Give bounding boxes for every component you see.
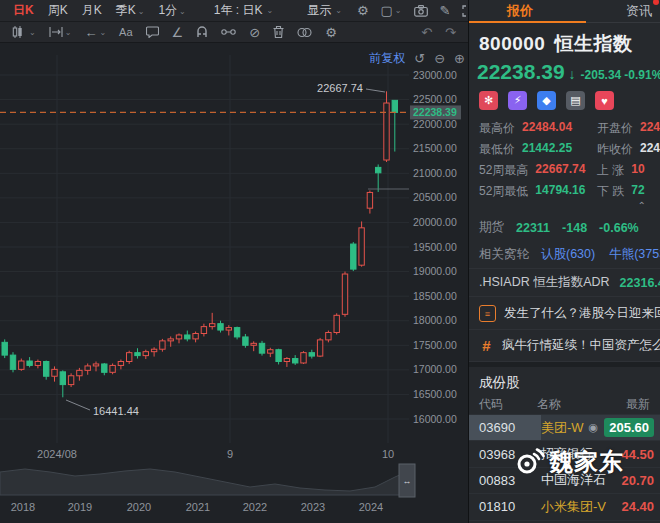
news-text: 疯牛行情延续！中国资产怎么 bbox=[502, 337, 660, 354]
trendline-tool-icon[interactable]: ∠ bbox=[166, 25, 190, 40]
candlestick-chart[interactable]: 23000.0022500.0022000.0021500.0021000.00… bbox=[0, 43, 468, 523]
text-tool-icon[interactable]: Aa bbox=[113, 26, 138, 38]
stock-code-cell: 03968 bbox=[469, 441, 541, 466]
stat-label: 开盘价 bbox=[597, 120, 633, 137]
call-warrants-link[interactable]: 认股(630) bbox=[541, 246, 595, 263]
stock-name-cell: 美团-W bbox=[541, 419, 584, 437]
lightning-badge[interactable]: ⚡ bbox=[508, 91, 527, 110]
stat-value: 22484.04 bbox=[522, 120, 572, 137]
magnet-tool-icon[interactable] bbox=[190, 26, 214, 38]
pencil-draw-icon[interactable]: ✎ bbox=[435, 3, 456, 18]
y-axis-tick: 17500.00 bbox=[413, 339, 457, 351]
arrow-tool-icon[interactable]: ←⌄ bbox=[78, 25, 112, 40]
y-axis-tick: 22500.00 bbox=[413, 93, 457, 105]
hide-drawings-icon[interactable]: ⊘ bbox=[243, 25, 266, 40]
overlay-compare-icon[interactable] bbox=[291, 27, 318, 38]
settings-gear-icon[interactable]: ⚙ bbox=[352, 3, 374, 18]
kline-tab-周K[interactable]: 周K bbox=[41, 3, 75, 17]
measure-tool-icon[interactable] bbox=[215, 27, 242, 37]
drawing-settings-gear-icon[interactable]: ⚙ bbox=[319, 25, 343, 40]
candle-body bbox=[176, 335, 181, 339]
tag-badge[interactable]: ◆ bbox=[537, 91, 556, 110]
stat-value: 22667.74 bbox=[535, 162, 585, 179]
navigator-handle-icon[interactable]: ↔ bbox=[403, 476, 412, 486]
kline-tab-季K[interactable]: 季K⌄ bbox=[109, 3, 152, 17]
table-row[interactable]: 00322康师傅6 bbox=[469, 520, 660, 523]
redo-icon[interactable]: ↷ bbox=[439, 25, 462, 40]
undo-icon[interactable]: ↶ bbox=[415, 25, 438, 40]
news-text: 发生了什么？港股今日迎来回调 bbox=[504, 305, 660, 322]
comment-tool-icon[interactable] bbox=[140, 26, 165, 38]
y-axis-tick: 20000.00 bbox=[413, 216, 457, 228]
display-menu-button[interactable]: 显示⌄ bbox=[302, 2, 347, 19]
constituents-table: 03690美团-W◉205.6003968招商银行44.5000883中国海洋石… bbox=[469, 414, 660, 523]
candle-body bbox=[27, 361, 32, 365]
candle-body bbox=[317, 340, 322, 356]
interval-tool-icon[interactable]: ⌄ bbox=[43, 27, 78, 37]
current-price-tag-text: 22238.39 bbox=[413, 106, 457, 118]
stock-code-cell: 03690 bbox=[469, 415, 541, 440]
chevron-down-icon: ⌄ bbox=[179, 7, 186, 16]
watching-eye-icon[interactable]: ◉ bbox=[589, 421, 599, 434]
candle-body bbox=[376, 167, 381, 172]
last-price-cell: 20.70 bbox=[621, 473, 654, 488]
candle-body bbox=[68, 376, 73, 385]
y-axis-tick: 21500.00 bbox=[413, 142, 457, 154]
navigator-strip[interactable] bbox=[0, 469, 409, 495]
drawing-toolbar: ⌄ ⌄ ←⌄ Aa ∠ ⊘ ⚙ bbox=[0, 22, 468, 43]
adr-row[interactable]: .HSIADR 恒生指数ADR 22316.42 bbox=[469, 268, 660, 297]
stat-label: 52周最低 bbox=[479, 183, 528, 200]
candlestick-chart-area[interactable]: 前复权 ↺ ⊖ ⊕ 23000.0022500.0022000.0021500.… bbox=[0, 43, 468, 523]
chevron-down-icon: ⌄ bbox=[335, 6, 342, 15]
candle-body bbox=[102, 364, 107, 372]
table-row[interactable]: 03690美团-W◉205.60 bbox=[469, 414, 660, 440]
chart-style-icon[interactable]: ⌄ bbox=[6, 26, 42, 38]
notification-dot bbox=[653, 0, 659, 5]
navigator-year-label: 2018 bbox=[11, 501, 35, 513]
stats-row: 最高价22484.04开盘价22484 bbox=[479, 118, 650, 139]
tab-quote[interactable]: 报价 bbox=[507, 2, 533, 20]
stat-value: 22484 bbox=[640, 120, 660, 137]
last-price-cell: 205.60 bbox=[604, 418, 654, 437]
hashtag-icon: # bbox=[479, 337, 494, 354]
reset-zoom-icon[interactable]: ↺ bbox=[414, 51, 425, 66]
stock-name-cell: 招商银行 bbox=[541, 445, 593, 463]
zoom-in-icon[interactable]: ⊕ bbox=[454, 51, 465, 66]
table-row[interactable]: 01810小米集团-V24.40 bbox=[469, 493, 660, 519]
candle-body bbox=[35, 362, 40, 366]
zoom-out-icon[interactable]: ⊖ bbox=[434, 51, 445, 66]
news-item[interactable]: ≡发生了什么？港股今日迎来回调 bbox=[469, 297, 660, 330]
range-period-selector[interactable]: 1年 : 日K⌄ bbox=[209, 2, 278, 19]
document-badge[interactable]: ▤ bbox=[566, 91, 585, 110]
active-tab-underline bbox=[469, 21, 586, 23]
candle-body bbox=[243, 337, 248, 345]
kline-tab-1分[interactable]: 1分⌄ bbox=[151, 3, 192, 17]
hk-market-badge[interactable]: ✻ bbox=[479, 91, 498, 110]
candle-body bbox=[118, 362, 123, 366]
chart-section: 日K周K月K季K⌄1分⌄ 1年 : 日K⌄ 显示⌄ ⚙ ▢⌄ ✎ VS bbox=[0, 0, 468, 523]
candle-body bbox=[384, 103, 389, 160]
table-row[interactable]: 03968招商银行44.50 bbox=[469, 440, 660, 466]
layout-select-icon[interactable]: ▢⌄ bbox=[376, 3, 407, 18]
bull-bear-link[interactable]: 牛熊(3753) bbox=[609, 246, 660, 263]
price-change-pct: -0.91% bbox=[624, 68, 660, 82]
kline-tab-日K[interactable]: 日K bbox=[6, 3, 41, 17]
x-axis-tick: 10 bbox=[382, 448, 394, 460]
stock-code: 800000 bbox=[479, 33, 545, 54]
constituents-title: 成份股 bbox=[469, 367, 660, 395]
tab-news[interactable]: 资讯 bbox=[626, 2, 652, 20]
kline-tab-月K[interactable]: 月K bbox=[75, 3, 109, 17]
adjust-mode-button[interactable]: 前复权 bbox=[369, 50, 405, 67]
collapse-chevron-icon[interactable]: ⌃ bbox=[638, 200, 646, 211]
table-row[interactable]: 00883中国海洋石20.70 bbox=[469, 467, 660, 493]
futures-row[interactable]: 期货 22311 -148 -0.66% bbox=[469, 214, 660, 241]
favorite-badge[interactable]: ♥ bbox=[595, 91, 614, 110]
stat-label: 昨收价 bbox=[597, 141, 633, 158]
navigator-year-label: 2023 bbox=[301, 501, 325, 513]
candle-body bbox=[77, 370, 82, 375]
camera-icon[interactable] bbox=[409, 5, 433, 17]
news-item[interactable]: #疯牛行情延续！中国资产怎么 bbox=[469, 330, 660, 362]
trash-icon[interactable] bbox=[267, 26, 290, 38]
candle-body bbox=[326, 333, 331, 340]
candle-body bbox=[60, 372, 65, 385]
